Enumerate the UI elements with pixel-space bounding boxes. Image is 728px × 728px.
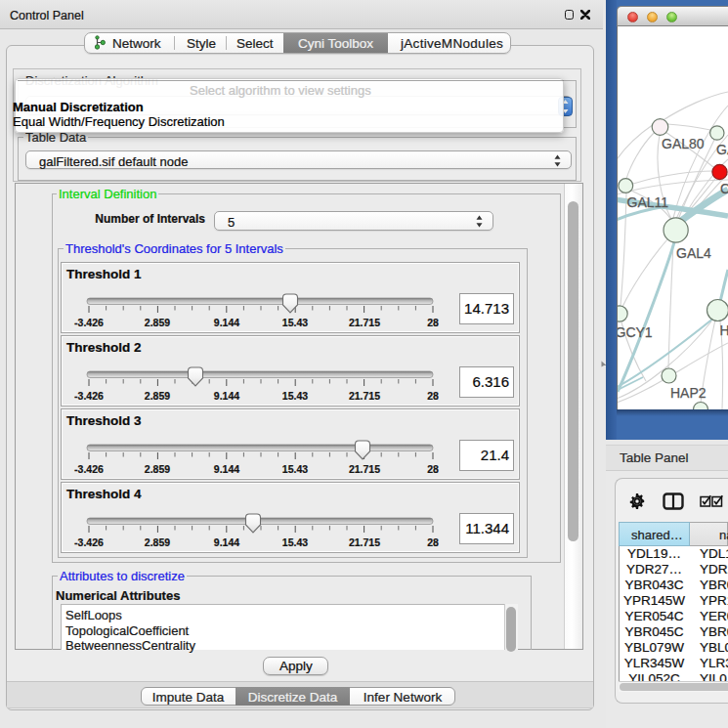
svg-text:CD: CD (720, 181, 728, 196)
svg-text:GAL4: GAL4 (676, 245, 711, 261)
svg-text:HA: HA (720, 322, 728, 338)
svg-text:GAL: GAL (716, 142, 728, 157)
svg-text:GAL11: GAL11 (627, 194, 669, 210)
svg-text:GAL80: GAL80 (662, 136, 705, 151)
svg-text:GCY1: GCY1 (618, 324, 653, 340)
svg-text:HAP2: HAP2 (670, 385, 707, 401)
